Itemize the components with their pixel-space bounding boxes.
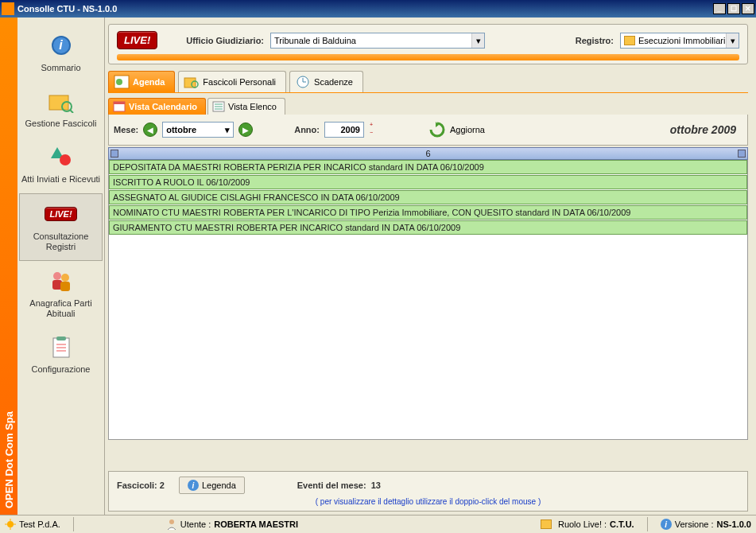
- event-row[interactable]: NOMINATO CTU MAESTRI ROBERTA PER L'INCAR…: [109, 205, 747, 220]
- svg-point-5: [53, 272, 61, 280]
- statusbar: Test P.d.A. Utente : ROBERTA MAESTRI Ruo…: [0, 515, 756, 533]
- status-versione: i Versione : NS-1.0.0: [661, 519, 751, 530]
- month-select[interactable]: ottobre ▾: [162, 122, 234, 138]
- folder-icon: [541, 519, 552, 529]
- sidebar-item-sommario[interactable]: i Sommario: [17, 25, 104, 81]
- list-icon: [212, 101, 225, 112]
- sidebar-label: Consultazione Registri: [23, 231, 99, 252]
- event-row[interactable]: GIURAMENTO CTU MAESTRI ROBERTA PER INCAR…: [109, 220, 747, 235]
- svg-point-7: [61, 274, 69, 282]
- tab-label: Agenda: [133, 77, 165, 87]
- sidebar-item-anagrafica[interactable]: Anagrafica Parti Abituali: [17, 261, 104, 327]
- registro-select[interactable]: Esecuzioni Immobiliari ▾: [620, 33, 739, 49]
- refresh-label: Aggiorna: [450, 125, 485, 134]
- eventi-label: Eventi del mese:: [297, 480, 366, 490]
- svg-rect-10: [56, 337, 66, 340]
- brand-bar: OPEN Dot Com Spa: [0, 18, 17, 515]
- refresh-icon: [428, 121, 447, 138]
- next-month-button[interactable]: ▶: [238, 123, 253, 137]
- expand-icon[interactable]: [738, 150, 746, 158]
- ufficio-select[interactable]: Tribunale di Balduina ▾: [270, 33, 485, 49]
- subtab-vista-calendario[interactable]: Vista Calendario: [108, 98, 206, 115]
- legenda-label: Legenda: [202, 480, 236, 490]
- top-panel: LIVE! Ufficio Giudiziario: Tribunale di …: [108, 24, 748, 64]
- subtab-label: Vista Calendario: [129, 102, 197, 111]
- info-icon: i: [188, 480, 199, 491]
- ruolo-value: C.T.U.: [610, 519, 634, 529]
- sidebar-label: Sommario: [41, 63, 80, 73]
- sidebar-item-gestione-fascicoli[interactable]: Gestione Fascicoli: [17, 81, 104, 137]
- versione-label: Versione :: [675, 519, 714, 529]
- sidebar-item-consultazione-registri[interactable]: LIVE! Consultazione Registri: [19, 193, 103, 261]
- chevron-down-icon: ▾: [225, 125, 230, 135]
- event-row[interactable]: DEPOSITATA DA MAESTRI ROBERTA PERIZIA PE…: [109, 160, 747, 174]
- ufficio-label: Ufficio Giudiziario:: [186, 36, 264, 45]
- fascicoli-label: Fascicoli:: [117, 480, 157, 490]
- svg-line-2: [70, 110, 73, 113]
- info-icon: i: [45, 30, 77, 60]
- year-stepper[interactable]: + −: [367, 122, 375, 138]
- mese-label: Mese:: [114, 125, 138, 134]
- tab-agenda[interactable]: Agenda: [108, 71, 175, 92]
- folder-search-icon: [45, 86, 77, 116]
- subtab-vista-elenco[interactable]: Vista Elenco: [207, 98, 285, 115]
- year-input[interactable]: [324, 122, 364, 138]
- svg-rect-8: [60, 282, 70, 291]
- folder-icon: [624, 36, 635, 45]
- live-badge: LIVE!: [117, 31, 157, 49]
- svg-point-15: [116, 79, 122, 85]
- event-row[interactable]: ISCRITTO A RUOLO IL 06/10/2009: [109, 175, 747, 189]
- month-title: ottobre 2009: [670, 123, 742, 136]
- brand-text: OPEN Dot Com Spa: [3, 405, 15, 515]
- subtab-label: Vista Elenco: [228, 102, 277, 111]
- sidebar-item-atti-inviati[interactable]: Atti Inviati e Ricevuti: [17, 137, 104, 193]
- clock-icon: [295, 75, 311, 89]
- tab-scadenze[interactable]: Scadenze: [289, 71, 363, 92]
- titlebar: Consolle CTU - NS-1.0.0 _ ☐ ✕: [0, 0, 756, 18]
- sidebar-item-configurazione[interactable]: Configurazione: [17, 327, 104, 383]
- collapse-icon[interactable]: [110, 150, 118, 158]
- refresh-button[interactable]: Aggiorna: [428, 121, 485, 138]
- ufficio-value: Tribunale di Balduina: [274, 36, 356, 45]
- live-icon: LIVE!: [45, 199, 77, 229]
- clipboard-icon: [45, 332, 77, 362]
- maximize-button[interactable]: ☐: [727, 3, 740, 14]
- eventi-count: 13: [371, 480, 381, 490]
- month-value: ottobre: [166, 125, 196, 134]
- svg-point-33: [169, 519, 174, 524]
- close-button[interactable]: ✕: [742, 3, 754, 14]
- year-up-button[interactable]: +: [367, 122, 375, 130]
- sidebar-label: Atti Inviati e Ricevuti: [21, 174, 100, 185]
- legenda-button[interactable]: i Legenda: [179, 477, 245, 494]
- shapes-icon: [45, 142, 77, 172]
- day-header[interactable]: 6: [108, 147, 748, 160]
- status-test-label: Test P.d.A.: [19, 519, 60, 529]
- svg-rect-22: [114, 102, 125, 104]
- svg-point-4: [60, 154, 71, 165]
- utente-value: ROBERTA MAESTRI: [214, 519, 298, 529]
- hint-text: ( per visualizzare il dettaglio utilizza…: [117, 497, 739, 506]
- svg-rect-16: [184, 78, 196, 88]
- event-list[interactable]: DEPOSITATA DA MAESTRI ROBERTA PERIZIA PE…: [108, 160, 748, 440]
- sun-icon: [5, 519, 16, 530]
- window-title: Consolle CTU - NS-1.0.0: [17, 4, 713, 14]
- divider-bar: [117, 54, 739, 60]
- ruolo-label: Ruolo Live! :: [558, 519, 607, 529]
- year-down-button[interactable]: −: [367, 130, 375, 138]
- chevron-down-icon: ▾: [726, 33, 739, 48]
- sidebar: i Sommario Gestione Fascicoli Atti Invia…: [17, 18, 105, 515]
- tab-fascicoli-personali[interactable]: Fascicoli Personali: [178, 71, 286, 92]
- user-icon: [166, 519, 177, 530]
- svg-point-28: [7, 521, 14, 527]
- content: LIVE! Ufficio Giudiziario: Tribunale di …: [105, 18, 756, 515]
- prev-month-button[interactable]: ◀: [143, 123, 157, 137]
- registro-label: Registro:: [576, 36, 614, 45]
- status-test: Test P.d.A.: [5, 519, 60, 530]
- versione-value: NS-1.0.0: [717, 519, 751, 529]
- tab-label: Fascicoli Personali: [203, 77, 276, 87]
- fascicoli-count: 2: [160, 480, 165, 490]
- status-utente: Utente : ROBERTA MAESTRI: [166, 519, 298, 530]
- sidebar-label: Anagrafica Parti Abituali: [21, 298, 101, 319]
- event-row[interactable]: ASSEGNATO AL GIUDICE CISLAGHI FRANCESCO …: [109, 190, 747, 204]
- minimize-button[interactable]: _: [713, 3, 726, 14]
